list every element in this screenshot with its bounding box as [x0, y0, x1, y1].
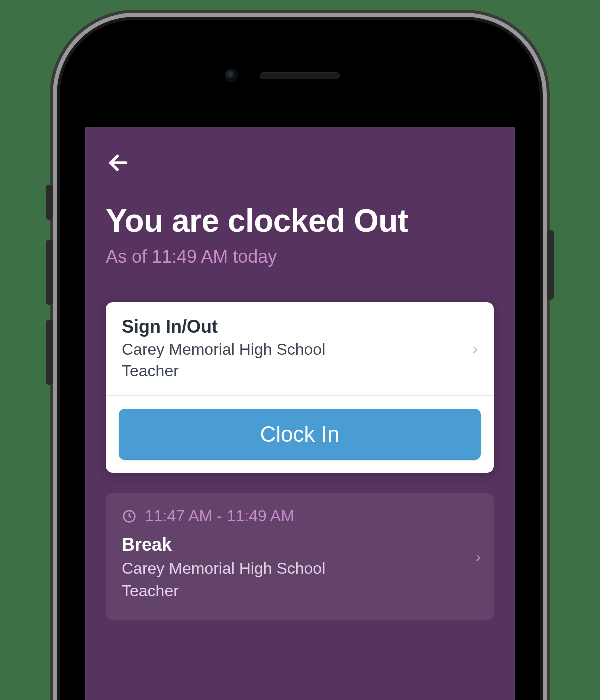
clock-icon	[122, 509, 137, 524]
card-row-title: Sign In/Out	[122, 316, 468, 338]
back-button[interactable]	[106, 150, 131, 176]
arrow-left-icon	[107, 152, 130, 174]
phone-side-button	[547, 230, 554, 300]
history-location: Carey Memorial High School	[122, 560, 478, 578]
phone-side-button	[46, 320, 53, 385]
status-timestamp: As of 11:49 AM today	[106, 246, 494, 268]
history-role: Teacher	[122, 582, 478, 600]
phone-frame: You are clocked Out As of 11:49 AM today…	[60, 20, 540, 700]
card-role: Teacher	[122, 362, 468, 380]
phone-camera	[225, 69, 238, 82]
history-label: Break	[122, 534, 478, 556]
sign-in-out-card: Sign In/Out Carey Memorial High School T…	[106, 302, 494, 473]
card-location: Carey Memorial High School	[122, 340, 468, 359]
clock-in-button[interactable]: Clock In	[119, 409, 481, 460]
phone-side-button	[46, 240, 53, 305]
app-screen: You are clocked Out As of 11:49 AM today…	[85, 128, 515, 700]
chevron-right-icon: ›	[468, 340, 478, 358]
chevron-right-icon: ›	[476, 548, 481, 566]
phone-speaker	[260, 72, 340, 80]
history-entry[interactable]: 11:47 AM - 11:49 AM Break Carey Memorial…	[106, 493, 494, 620]
sign-in-out-row[interactable]: Sign In/Out Carey Memorial High School T…	[106, 302, 494, 396]
page-title: You are clocked Out	[106, 202, 494, 240]
phone-side-button	[46, 185, 53, 220]
history-time-range: 11:47 AM - 11:49 AM	[145, 507, 294, 526]
